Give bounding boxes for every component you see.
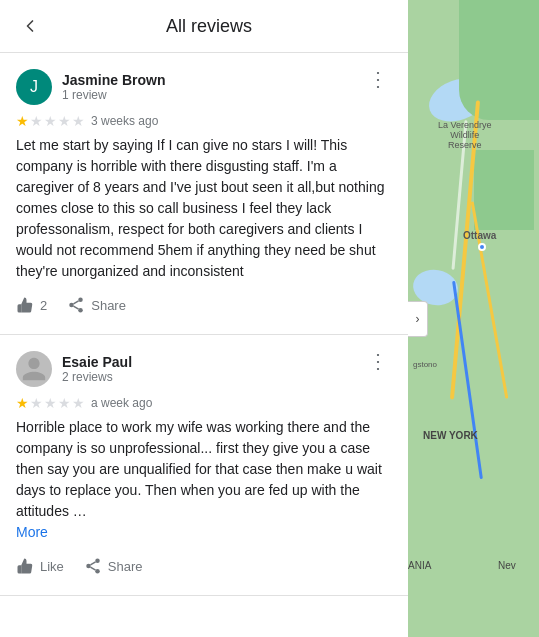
map-terrain [459, 0, 539, 120]
map-terrain [474, 150, 534, 230]
map-collapse-button[interactable]: › [408, 301, 428, 337]
more-link[interactable]: More [16, 524, 48, 540]
like-button[interactable]: 2 [16, 292, 47, 318]
star-5: ★ [72, 395, 85, 411]
star-1: ★ [16, 113, 29, 129]
review-text: Horrible place to work my wife was worki… [16, 417, 392, 543]
share-icon [67, 296, 85, 314]
review-time: 3 weeks ago [91, 114, 158, 128]
map-label-nev: Nev [498, 560, 516, 571]
header: All reviews [0, 0, 408, 53]
map-route [452, 281, 483, 479]
reviewer-row: Esaie Paul 2 reviews ⋮ [16, 351, 392, 387]
reviewer-info: J Jasmine Brown 1 review [16, 69, 165, 105]
reviewer-row: J Jasmine Brown 1 review ⋮ [16, 69, 392, 105]
svg-point-7 [95, 569, 100, 574]
star-3: ★ [44, 113, 57, 129]
star-2: ★ [30, 113, 43, 129]
reviewer-name: Jasmine Brown [62, 72, 165, 88]
review-card: J Jasmine Brown 1 review ⋮ ★ ★ ★ ★ ★ 3 w… [0, 53, 408, 335]
svg-line-3 [74, 306, 79, 309]
share-button[interactable]: Share [67, 292, 126, 318]
stars: ★ ★ ★ ★ ★ [16, 113, 85, 129]
reviewer-info: Esaie Paul 2 reviews [16, 351, 132, 387]
svg-line-4 [74, 301, 79, 304]
reviewer-count: 1 review [62, 88, 165, 102]
avatar [16, 351, 52, 387]
thumbs-up-icon [16, 296, 34, 314]
reviewer-name: Esaie Paul [62, 354, 132, 370]
star-4: ★ [58, 395, 71, 411]
avatar: J [16, 69, 52, 105]
share-icon [84, 557, 102, 575]
svg-point-6 [86, 564, 91, 569]
star-1: ★ [16, 395, 29, 411]
star-row: ★ ★ ★ ★ ★ a week ago [16, 395, 392, 411]
action-row: Like Share [16, 553, 392, 579]
like-count: 2 [40, 298, 47, 313]
map-label-ania: ANIA [408, 560, 431, 571]
svg-point-1 [69, 303, 74, 308]
reviewer-count: 2 reviews [62, 370, 132, 384]
stars: ★ ★ ★ ★ ★ [16, 395, 85, 411]
collapse-icon: › [416, 312, 420, 326]
star-3: ★ [44, 395, 57, 411]
like-button[interactable]: Like [16, 553, 64, 579]
page-title: All reviews [60, 16, 358, 37]
star-row: ★ ★ ★ ★ ★ 3 weeks ago [16, 113, 392, 129]
share-button[interactable]: Share [84, 553, 143, 579]
review-more-button[interactable]: ⋮ [364, 69, 392, 89]
svg-line-9 [90, 562, 95, 565]
star-4: ★ [58, 113, 71, 129]
map-label-gstono: gstono [413, 360, 437, 369]
map-label-ottawa: Ottawa [463, 230, 496, 241]
share-label: Share [108, 559, 143, 574]
review-time: a week ago [91, 396, 152, 410]
map-panel: La VerendryeWildlifeReserve Ottawa gston… [408, 0, 539, 637]
share-label: Share [91, 298, 126, 313]
svg-line-8 [90, 567, 95, 570]
reviewer-details: Jasmine Brown 1 review [62, 72, 165, 102]
svg-point-5 [95, 559, 100, 564]
review-card: Esaie Paul 2 reviews ⋮ ★ ★ ★ ★ ★ a week … [0, 335, 408, 596]
map-label-wildlife: La VerendryeWildlifeReserve [438, 120, 492, 150]
review-more-button[interactable]: ⋮ [364, 351, 392, 371]
svg-point-2 [78, 308, 83, 313]
star-2: ★ [30, 395, 43, 411]
map-background: La VerendryeWildlifeReserve Ottawa gston… [408, 0, 539, 637]
action-row: 2 Share [16, 292, 392, 318]
back-button[interactable] [16, 12, 44, 40]
reviewer-details: Esaie Paul 2 reviews [62, 354, 132, 384]
like-label: Like [40, 559, 64, 574]
svg-point-0 [78, 298, 83, 303]
map-label-newyork: NEW YORK [423, 430, 478, 441]
review-text: Let me start by saying If I can give no … [16, 135, 392, 282]
thumbs-up-icon [16, 557, 34, 575]
map-location-dot [478, 243, 486, 251]
reviews-panel: All reviews J Jasmine Brown 1 review ⋮ ★… [0, 0, 408, 637]
star-5: ★ [72, 113, 85, 129]
